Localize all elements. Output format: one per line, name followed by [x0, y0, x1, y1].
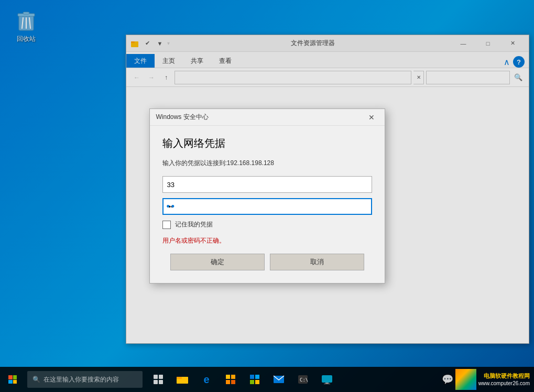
svg-rect-25 [322, 375, 332, 383]
svg-rect-19 [255, 375, 259, 379]
watermark: 电脑软硬件教程网 www.computer26.com [478, 372, 530, 386]
windows-start-logo[interactable] [455, 369, 476, 390]
taskbar-apps: e [147, 368, 339, 391]
desktop: 回收站 ✔ ▼ ▾ 文件资源管理器 ― □ ✕ [0, 0, 534, 392]
remember-checkbox[interactable] [162, 221, 171, 229]
taskbar-search-icon: 🔍 [32, 376, 40, 383]
svg-rect-13 [177, 377, 182, 379]
dialog-main-title: 输入网络凭据 [162, 136, 372, 150]
notification-button[interactable]: 💬 [442, 374, 453, 385]
watermark-url: www.computer26.com [478, 380, 530, 387]
security-dialog: Windows 安全中心 ✕ 输入网络凭据 输入你的凭据以连接到:192.168… [149, 108, 385, 284]
dialog-subtitle: 输入你的凭据以连接到:192.168.198.128 [162, 159, 372, 168]
dialog-body: 输入网络凭据 输入你的凭据以连接到:192.168.198.128 •• 记住我… [150, 126, 385, 283]
taskbar-store-button[interactable] [243, 368, 266, 391]
dialog-buttons: 确定 取消 [162, 254, 372, 270]
taskbar-edge-button[interactable]: e [195, 368, 218, 391]
dialog-close-button[interactable]: ✕ [365, 111, 378, 124]
error-message: 用户名或密码不正确。 [162, 236, 372, 245]
svg-rect-10 [154, 380, 158, 384]
watermark-site-name: 电脑软硬件教程网 [478, 372, 530, 379]
taskbar-mail-button[interactable] [267, 368, 290, 391]
taskbar-file-explorer-button[interactable] [171, 368, 194, 391]
taskbar-right: 💬 电脑软硬件教程网 www.computer26.com [442, 369, 534, 390]
taskbar-app4-button[interactable] [219, 368, 242, 391]
remember-label: 记住我的凭据 [175, 220, 213, 229]
taskbar-remote-button[interactable] [315, 368, 339, 391]
svg-rect-14 [226, 375, 230, 379]
windows-logo-icon [8, 375, 17, 384]
taskbar: 🔍 在这里输入你要搜索的内容 [0, 367, 534, 392]
taskbar-terminal-button[interactable]: C:\ [291, 368, 314, 391]
start-button[interactable] [0, 367, 25, 392]
svg-rect-26 [325, 383, 329, 384]
dialog-overlay: Windows 安全中心 ✕ 输入网络凭据 输入你的凭据以连接到:192.168… [0, 0, 534, 392]
taskbar-search[interactable]: 🔍 在这里输入你要搜索的内容 [27, 371, 143, 388]
remember-credentials-row: 记住我的凭据 [162, 220, 372, 229]
svg-rect-11 [159, 380, 163, 384]
svg-rect-21 [255, 380, 259, 384]
svg-rect-18 [250, 375, 254, 379]
svg-rect-16 [226, 380, 230, 384]
svg-rect-8 [154, 375, 158, 379]
taskbar-search-placeholder: 在这里输入你要搜索的内容 [43, 375, 119, 384]
svg-rect-27 [324, 384, 330, 384]
password-input[interactable] [162, 198, 372, 215]
task-view-button[interactable] [147, 368, 170, 391]
username-input[interactable] [162, 176, 372, 193]
svg-rect-17 [231, 380, 235, 384]
svg-text:C:\: C:\ [300, 377, 308, 383]
dialog-title-bar: Windows 安全中心 ✕ [150, 109, 385, 126]
svg-rect-20 [250, 380, 254, 384]
dialog-title-text: Windows 安全中心 [156, 113, 365, 122]
cancel-button[interactable]: 取消 [270, 254, 364, 270]
confirm-button[interactable]: 确定 [170, 254, 265, 270]
svg-rect-15 [231, 375, 235, 379]
svg-rect-9 [159, 375, 163, 379]
